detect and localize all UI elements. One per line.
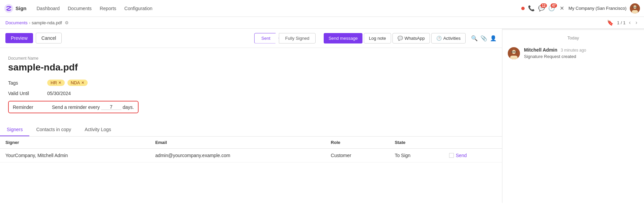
chatter-panel: Today Mitchell Admin 3 minutes ago S: [502, 29, 644, 203]
tab-contacts-in-copy[interactable]: Contacts in copy: [29, 123, 78, 136]
chatter-content: Signature Request created: [524, 54, 639, 59]
log-note-button[interactable]: Log note: [364, 33, 391, 43]
valid-until-row: Valid Until 05/30/2024: [8, 91, 494, 96]
breadcrumb-separator: ›: [29, 20, 30, 25]
reminder-row: Reminder Send a reminder every days.: [8, 101, 139, 113]
tag-hr-label: HR: [51, 80, 57, 85]
nav-dashboard[interactable]: Dashboard: [33, 4, 63, 13]
avatar-image: [630, 3, 640, 13]
app-logo[interactable]: Sign: [4, 4, 27, 13]
close-icon[interactable]: ✕: [558, 5, 565, 12]
signer-name: YourCompany, Mitchell Admin: [0, 149, 150, 162]
send-checkbox[interactable]: [449, 153, 454, 158]
chatter-time: 3 minutes ago: [561, 48, 586, 53]
cancel-button[interactable]: Cancel: [36, 33, 62, 43]
whatsapp-icon: 💬: [398, 36, 403, 41]
tag-hr-remove[interactable]: ✕: [58, 81, 61, 85]
tags-row: Tags HR ✕ NDA ✕: [8, 80, 494, 86]
valid-until-value: 05/30/2024: [47, 91, 71, 96]
content-area: Preview Cancel Sent Fully Signed Send me…: [0, 29, 502, 203]
tag-nda-remove[interactable]: ✕: [81, 81, 84, 85]
tag-nda-label: NDA: [71, 80, 80, 85]
whatsapp-button[interactable]: 💬 WhatsApp: [392, 33, 430, 43]
action-icons: 🔍 📎 👤: [471, 35, 497, 41]
chatter-avatar-image: [508, 47, 520, 59]
chatter-message-body: Mitchell Admin 3 minutes ago Signature R…: [524, 47, 639, 59]
tag-hr: HR ✕: [47, 80, 65, 86]
tab-signers[interactable]: Signers: [0, 123, 29, 136]
reminder-prefix: Send a reminder every: [52, 105, 100, 110]
preview-button[interactable]: Preview: [5, 33, 33, 43]
col-state: State: [389, 137, 444, 149]
status-sent[interactable]: Sent: [254, 33, 279, 43]
chat-count: 12: [540, 3, 547, 8]
phone-icon[interactable]: 📞: [528, 5, 535, 12]
reminder-label: Reminder: [13, 105, 47, 110]
nav-menu: Dashboard Documents Reports Configuratio…: [33, 4, 515, 13]
signers-table: Signer Email Role State YourCompany, Mit…: [0, 137, 502, 162]
person-icon[interactable]: 👤: [490, 35, 497, 41]
next-page-button[interactable]: ›: [634, 19, 639, 26]
bookmark-icon[interactable]: 🔖: [607, 20, 614, 26]
logo-icon: [4, 4, 13, 13]
paperclip-icon[interactable]: 📎: [480, 35, 487, 41]
breadcrumb: Documents › sample-nda.pdf ⚙: [5, 20, 69, 25]
breadcrumb-current: sample-nda.pdf: [32, 20, 62, 25]
reminder-suffix: days.: [123, 105, 134, 110]
document-title: sample-nda.pdf: [8, 62, 494, 73]
nav-configuration[interactable]: Configuration: [121, 4, 156, 13]
col-role: Role: [325, 137, 389, 149]
send-link[interactable]: Send: [449, 153, 497, 158]
signer-send-cell: Send: [444, 149, 502, 162]
nav-reports[interactable]: Reports: [96, 4, 120, 13]
activity-badge-wrap[interactable]: 🕐 47: [548, 5, 555, 12]
send-label[interactable]: Send: [456, 153, 467, 158]
user-avatar[interactable]: [630, 3, 640, 13]
nav-documents[interactable]: Documents: [64, 4, 95, 13]
document-form: Document Name sample-nda.pdf Tags HR ✕ N…: [0, 48, 502, 123]
tabs-bar: Signers Contacts in copy Activity Logs: [0, 123, 502, 137]
signer-state: To Sign: [389, 149, 444, 162]
signer-email: admin@yourcompany.example.com: [150, 149, 325, 162]
chatter-actions: Send message Log note 💬 WhatsApp 🕐 Activ…: [324, 33, 466, 43]
table-row: YourCompany, Mitchell Admin admin@yourco…: [0, 149, 502, 162]
tags-label: Tags: [8, 80, 42, 86]
tab-activity-logs[interactable]: Activity Logs: [78, 123, 118, 136]
status-dot: [521, 7, 525, 10]
navbar-right: 📞 💬 12 🕐 47 ✕ My Company (San Francisco): [521, 3, 640, 13]
chat-badge-wrap[interactable]: 💬 12: [538, 5, 545, 12]
page-info: 1 / 1: [617, 20, 625, 25]
send-message-button[interactable]: Send message: [324, 33, 362, 43]
brand-name: Sign: [16, 5, 27, 11]
settings-gear-icon[interactable]: ⚙: [65, 20, 69, 25]
signer-role: Customer: [325, 149, 389, 162]
breadcrumb-bar: Documents › sample-nda.pdf ⚙ 🔖 1 / 1 ‹ ›: [0, 17, 644, 29]
chatter-author: Mitchell Admin: [524, 47, 557, 53]
page-navigation: 1 / 1 ‹ ›: [617, 19, 639, 26]
navbar: Sign Dashboard Documents Reports Configu…: [0, 0, 644, 17]
chatter-avatar: [508, 47, 520, 59]
reminder-input[interactable]: [101, 104, 121, 110]
chatter-day-label: Today: [502, 30, 644, 43]
prev-page-button[interactable]: ‹: [627, 19, 632, 26]
tags-value: HR ✕ NDA ✕: [47, 80, 89, 86]
activities-button[interactable]: 🕐 Activities: [431, 33, 466, 43]
tag-nda: NDA ✕: [67, 80, 88, 86]
activity-count: 47: [551, 3, 557, 8]
valid-until-label: Valid Until: [8, 91, 42, 96]
main-layout: Preview Cancel Sent Fully Signed Send me…: [0, 29, 644, 203]
col-email: Email: [150, 137, 325, 149]
chatter-scroll: Today Mitchell Admin 3 minutes ago S: [502, 30, 644, 203]
search-icon[interactable]: 🔍: [471, 35, 478, 41]
clock-activities-icon: 🕐: [436, 36, 442, 41]
company-name[interactable]: My Company (San Francisco): [568, 6, 626, 11]
col-actions: [444, 137, 502, 149]
reminder-text: Send a reminder every days.: [52, 104, 134, 110]
action-bar: Preview Cancel Sent Fully Signed Send me…: [0, 29, 502, 48]
document-name-label: Document Name: [8, 56, 494, 61]
chatter-message: Mitchell Admin 3 minutes ago Signature R…: [502, 43, 644, 63]
svg-rect-9: [510, 56, 518, 59]
breadcrumb-parent[interactable]: Documents: [5, 20, 28, 25]
col-signer: Signer: [0, 137, 150, 149]
status-fully-signed[interactable]: Fully Signed: [279, 33, 316, 43]
